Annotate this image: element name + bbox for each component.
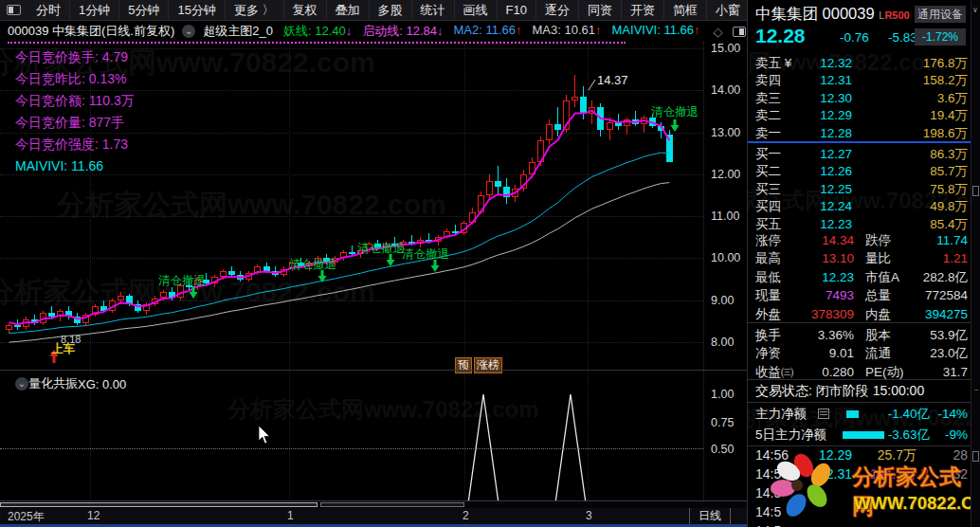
menu-item[interactable]: 多股 [370,0,412,21]
watermark-text: 分析家公式网www.70822.com [57,186,446,225]
quote-label: 买三 [755,180,781,198]
stat-value: 31.7 [898,363,968,381]
alert-badge[interactable]: 涨榜 [474,357,502,373]
candle-wick [352,245,353,256]
menu-item[interactable]: 叠加 [327,0,370,21]
stat-value: 9.01 [789,344,854,362]
candle [408,242,415,244]
candle [92,306,99,315]
candle [469,212,476,223]
indicator-value: MA3: 10.61↑ [533,23,602,40]
quote-label: 买四 [755,197,781,215]
quote-label: 买一 [755,145,781,163]
rail-marker[interactable] [972,451,979,462]
candle [666,135,673,163]
quote-price: 12.31 [803,71,852,89]
candle [658,126,664,131]
panel-divider [0,370,747,371]
industry-tag[interactable]: 通用设备 [915,6,966,23]
ma-line-MA3 [9,183,670,343]
quote-price: 12.32 [803,54,852,72]
alert-badge[interactable]: 预 [455,357,472,373]
top-menubar: 分时1分钟5分钟15分钟更多 〉 复权叠加多股统计画线F10逐分同资开资简框小窗… [0,0,747,21]
quote-volume: 198.6万 [880,124,968,142]
candle [57,311,64,318]
sell-quote-row: 卖五 ¥12.32176.8万 [748,54,971,72]
trade-status: 交易状态: 闭市阶段 15:00:00 [755,383,924,400]
menu-item[interactable]: 逐分 [536,0,579,21]
rail-dash[interactable]: － [972,385,980,395]
stat-label: 量比 [865,249,891,267]
period-selector[interactable]: 日线 [689,508,731,524]
indicator-value: 妖线: 12.40↓ [283,23,352,40]
scrollbar-thumb[interactable] [0,502,318,507]
menu-item[interactable]: 更多 〉 [226,0,284,21]
menu-item[interactable]: 1分钟 [70,0,119,21]
menu-item[interactable]: 同资 [579,0,622,21]
chevron-down-icon[interactable]: ⌄ [15,377,28,391]
window-layout-icon[interactable] [7,5,21,15]
divider [748,322,971,323]
price-axis-label: 14.00 [711,83,740,97]
stat-label: 跌停 [865,231,891,249]
stat-label: 市值A [865,268,899,286]
indicator-value: MAIVIVI: 11.66↑ [612,23,700,40]
main-flow-label: 主力净额 [755,405,807,423]
menu-item[interactable]: 画线 [455,0,498,21]
chevron-down-icon[interactable]: ⌄ [182,25,195,38]
quote-volume: 19.4万 [880,106,968,124]
diamond-icon[interactable]: ◇ [714,25,723,39]
horizontal-scrollbar[interactable] [0,500,747,508]
trend-arrow-icon: ↓ [437,24,444,38]
quote-volume: 158.2万 [880,71,968,89]
candle [349,252,355,254]
auction-stat-row: 今日竞价额: 110.3万 [15,90,135,112]
quote-price: 12.29 [803,106,852,124]
split-panel-icon[interactable] [733,27,746,37]
candle [160,292,167,299]
trend-arrow-icon: ↑ [694,23,700,37]
main-chart-area[interactable]: 分析家公式网www.70822.com 分析家公式网www.70822.com … [0,0,747,527]
study-name[interactable]: 超级主图2_0 [203,23,273,40]
stat-value: 3.36% [789,326,854,344]
menu-item[interactable]: 15分钟 [169,0,225,21]
last-price: 12.28 [755,25,806,47]
menu-item[interactable]: 小窗 [707,0,750,21]
stat-value: 12.23 [789,268,854,286]
candle [254,266,261,273]
candle [580,97,587,114]
candle [211,277,218,283]
menu-item[interactable]: 简框 [664,0,707,21]
stat-label: 最低 [755,268,781,286]
candle [126,296,133,304]
stat-row: 收益㈢0.280PE(动)31.7 [748,363,971,381]
price-axis-label: 12.00 [711,168,740,181]
trend-arrow-icon: ↑ [516,23,522,37]
menu-item[interactable]: 统计 [412,0,455,21]
candle [597,107,604,130]
stat-label: 最高 [755,249,781,267]
rail-marker[interactable] [972,186,979,196]
mouse-cursor [259,426,270,444]
flow5-pct: -9% [934,426,968,444]
price-axis-label: 11.00 [711,209,739,223]
sell-quote-row: 卖四12.31158.2万 [748,71,971,89]
candle [220,271,227,278]
gridline-h [0,216,703,217]
candle [74,317,81,323]
quote-price: 12.27 [803,145,852,163]
menu-item[interactable]: 5分钟 [119,0,169,21]
detail-list-icon[interactable] [818,409,829,419]
candle [537,140,544,161]
menu-item[interactable]: 开资 [622,0,664,21]
menu-item[interactable]: 复权 [284,0,327,21]
menu-item[interactable]: 分时 [27,0,70,21]
menu-item[interactable]: F10 [498,0,536,21]
stat-label: 换手 [755,326,781,344]
candle [478,195,484,212]
trend-arrow-icon: ↓ [346,24,353,38]
quote-panel: 分析家公式网www.70822.com 分析家公式网www.70822.com … [747,0,971,527]
chevron-down-icon[interactable]: ∨ [972,6,978,14]
scrollbar-segment[interactable] [320,502,464,507]
stock-name-code[interactable]: 中集集团 000039 LR500 [755,4,910,25]
